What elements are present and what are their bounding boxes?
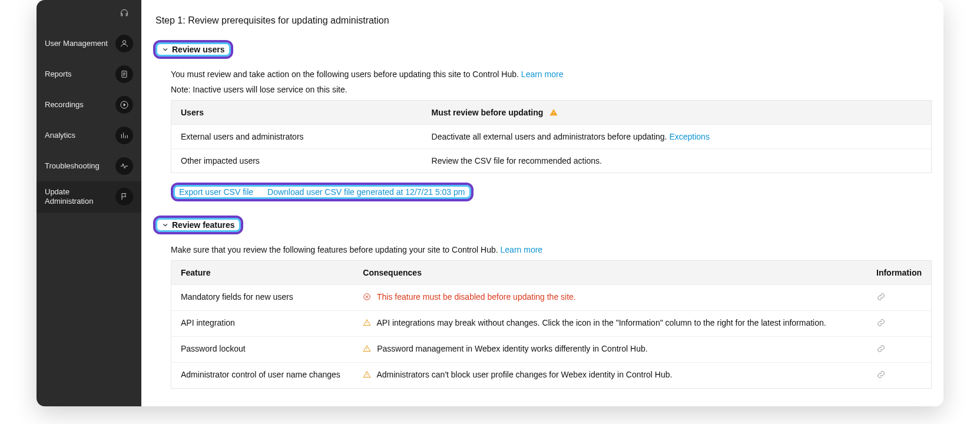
warning-icon [363, 319, 371, 327]
feature-cell: Administrator control of user name chang… [171, 363, 354, 389]
warning-icon [549, 108, 558, 117]
review-features-description: Make sure that you review the following … [171, 245, 932, 254]
accordion-label: Review features [172, 220, 235, 230]
exceptions-link[interactable]: Exceptions [669, 132, 709, 141]
table-row: Other impacted users Review the CSV file… [171, 149, 932, 173]
download-csv-link[interactable]: Download user CSV file generated at 12/7… [267, 187, 465, 197]
consequence-cell: Administrators can't block user profile … [353, 363, 867, 389]
consequences-col-header: Consequences [353, 261, 867, 285]
pulse-icon [115, 157, 133, 175]
must-review-col-header: Must review before updating [422, 101, 932, 125]
info-link[interactable] [876, 294, 886, 303]
warning-icon [363, 370, 371, 379]
sidebar-item-label: Troubleshooting [45, 161, 115, 171]
accordion-label: Review users [172, 45, 225, 54]
sidebar-item-reports[interactable]: Reports [37, 59, 141, 90]
learn-more-link[interactable]: Learn more [501, 245, 543, 254]
info-link[interactable] [876, 320, 886, 329]
sidebar: User Management Reports Recordings Analy… [37, 0, 141, 406]
sidebar-item-label: Analytics [45, 131, 115, 140]
info-link[interactable] [876, 372, 886, 381]
consequence-cell: Password management in Webex identity wo… [353, 337, 867, 363]
users-cell: External users and administrators [171, 125, 422, 149]
features-table: Feature Consequences Information Mandato… [171, 260, 932, 389]
feature-cell: API integration [171, 311, 354, 337]
learn-more-link[interactable]: Learn more [521, 69, 564, 79]
review-users-description: You must review and take action on the f… [171, 69, 932, 79]
accordion-review-features[interactable]: Review features [153, 216, 243, 234]
feature-cell: Mandatory fields for new users [171, 285, 354, 311]
accordion-review-users[interactable]: Review users [153, 40, 233, 59]
table-row: Password lockout Password management in … [171, 337, 932, 363]
feature-cell: Password lockout [171, 337, 354, 363]
sidebar-item-troubleshooting[interactable]: Troubleshooting [37, 151, 141, 181]
table-row: External users and administrators Deacti… [171, 125, 932, 149]
warning-icon [363, 344, 371, 353]
link-icon [876, 318, 886, 327]
feature-col-header: Feature [171, 261, 354, 285]
flag-icon [115, 188, 133, 206]
user-icon [115, 35, 133, 52]
headset-icon [115, 5, 133, 22]
must-review-cell: Deactivate all external users and admini… [422, 125, 932, 149]
chevron-down-icon [161, 222, 167, 228]
users-cell: Other impacted users [171, 149, 422, 173]
table-row: API integration API integrations may bre… [171, 311, 932, 337]
information-col-header: Information [867, 261, 932, 285]
file-icon [115, 65, 133, 83]
consequence-cell: This feature must be disabled before upd… [353, 285, 867, 311]
error-icon [363, 293, 371, 301]
sidebar-item-analytics[interactable]: Analytics [37, 120, 141, 151]
must-review-cell: Review the CSV file for recommended acti… [422, 149, 932, 173]
csv-links: Export user CSV file Download user CSV f… [171, 183, 474, 201]
sidebar-item-label: Recordings [45, 100, 115, 110]
link-icon [876, 370, 886, 379]
sidebar-item-label: Update Administration [45, 187, 115, 207]
export-csv-link[interactable]: Export user CSV file [179, 187, 253, 197]
link-icon [876, 292, 886, 302]
play-icon [115, 96, 133, 114]
sidebar-item-recordings[interactable]: Recordings [37, 90, 141, 120]
users-table: Users Must review before updating Extern… [171, 100, 932, 173]
step-title: Step 1: Review prerequisites for updatin… [155, 15, 932, 26]
users-col-header: Users [171, 101, 422, 125]
bar-chart-icon [115, 127, 133, 144]
sidebar-item-update-administration[interactable]: Update Administration [37, 181, 141, 213]
link-icon [876, 344, 886, 353]
consequence-cell: API integrations may break without chang… [353, 311, 867, 337]
chevron-down-icon [161, 47, 167, 52]
sidebar-item-label: Reports [45, 69, 115, 79]
app-window: User Management Reports Recordings Analy… [37, 0, 943, 406]
table-row: Administrator control of user name chang… [171, 363, 932, 389]
sidebar-item-headset[interactable] [37, 5, 141, 28]
table-row: Mandatory fields for new users This feat… [171, 285, 932, 311]
review-users-note: Note: Inactive users will lose service o… [171, 85, 932, 94]
sidebar-item-user-management[interactable]: User Management [37, 28, 141, 59]
info-link[interactable] [876, 346, 886, 355]
main-content: Step 1: Review prerequisites for updatin… [141, 0, 943, 406]
sidebar-item-label: User Management [45, 39, 115, 48]
